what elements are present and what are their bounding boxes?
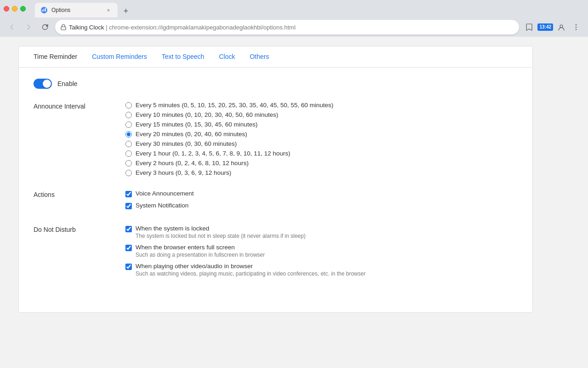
radio-3hr-label[interactable]: Every 3 hours (0, 3, 6, 9, 12 hours) xyxy=(136,169,232,176)
forward-button[interactable] xyxy=(22,21,35,34)
radio-10min-label[interactable]: Every 10 minutes (0, 10, 20, 30, 40, 50,… xyxy=(136,111,278,118)
svg-point-8 xyxy=(576,29,577,30)
minimize-window-button[interactable] xyxy=(12,6,17,12)
voice-label[interactable]: Voice Announcement xyxy=(136,190,194,197)
system-checkbox[interactable] xyxy=(125,203,132,209)
radio-30min[interactable] xyxy=(125,141,132,147)
radio-15min[interactable] xyxy=(125,121,132,128)
options-panel: Time Reminder Custom Reminders Text to S… xyxy=(18,46,533,313)
radio-option-2hr: Every 2 hours (0, 2, 4, 6, 8, 10, 12 hou… xyxy=(125,160,518,167)
checkbox-fullscreen: When the browser enters full screen Such… xyxy=(125,244,518,258)
media-label[interactable]: When playing other video/audio in browse… xyxy=(136,263,366,270)
locked-label[interactable]: When the system is locked xyxy=(136,225,305,232)
tab-custom-reminders[interactable]: Custom Reminders xyxy=(85,46,154,68)
svg-point-6 xyxy=(576,24,577,25)
tabs-header: Time Reminder Custom Reminders Text to S… xyxy=(19,46,532,68)
fullscreen-hint: Such as doing a presentation in fullscre… xyxy=(136,252,265,258)
toggle-knob xyxy=(43,80,51,88)
locked-hint: The system is locked but not in sleep st… xyxy=(136,233,305,239)
radio-option-15min: Every 15 minutes (0, 15, 30, 45, 60 minu… xyxy=(125,121,518,128)
locked-checkbox[interactable] xyxy=(125,226,132,232)
radio-2hr[interactable] xyxy=(125,160,132,167)
page-content: Time Reminder Custom Reminders Text to S… xyxy=(0,37,588,368)
enable-label: Enable xyxy=(57,80,78,87)
svg-point-5 xyxy=(560,25,563,28)
address-input[interactable]: Talking Clock | chrome-extension://igdmp… xyxy=(55,20,519,34)
tab-content: Enable Announce Interval Every 5 minutes… xyxy=(19,68,532,304)
dnd-section: Do Not Disturb When the system is locked… xyxy=(34,225,518,282)
radio-option-30min: Every 30 minutes (0, 30, 60 minutes) xyxy=(125,140,518,147)
enable-toggle[interactable] xyxy=(34,79,52,89)
svg-point-7 xyxy=(576,27,577,28)
address-origin: Talking Clock xyxy=(69,24,104,31)
media-hint: Such as watching videos, playing music, … xyxy=(136,270,366,277)
actions-label: Actions xyxy=(34,190,125,214)
enable-row: Enable xyxy=(34,79,518,89)
radio-5min-label[interactable]: Every 5 minutes (0, 5, 10, 15, 20, 25, 3… xyxy=(136,102,334,109)
reload-button[interactable] xyxy=(39,21,51,34)
checkbox-voice: Voice Announcement xyxy=(125,190,518,197)
title-bar: Options × + xyxy=(0,0,588,17)
tab-clock[interactable]: Clock xyxy=(212,46,243,68)
radio-20min-label[interactable]: Every 20 minutes (0, 20, 40, 60 minutes) xyxy=(136,131,247,138)
svg-rect-3 xyxy=(45,8,46,12)
browser-tab[interactable]: Options × xyxy=(35,3,118,17)
radio-10min[interactable] xyxy=(125,112,132,118)
radio-20min[interactable] xyxy=(125,131,132,138)
checkbox-system: System Notification xyxy=(125,202,518,209)
menu-button[interactable] xyxy=(570,21,582,34)
system-content: System Notification xyxy=(136,202,189,209)
tab-others[interactable]: Others xyxy=(243,46,277,68)
actions-controls: Voice Announcement System Notification xyxy=(125,190,518,214)
clock-extension-badge[interactable]: 13:42 xyxy=(537,23,553,31)
tab-close-button[interactable]: × xyxy=(105,6,112,14)
tab-bar: Options × + xyxy=(31,0,164,17)
radio-option-20min: Every 20 minutes (0, 20, 40, 60 minutes) xyxy=(125,131,518,138)
radio-5min[interactable] xyxy=(125,102,132,109)
announce-interval-controls: Every 5 minutes (0, 5, 10, 15, 20, 25, 3… xyxy=(125,102,518,179)
radio-1hr[interactable] xyxy=(125,150,132,157)
media-checkbox[interactable] xyxy=(125,264,132,270)
actions-section: Actions Voice Announcement System Notifi… xyxy=(34,190,518,214)
radio-2hr-label[interactable]: Every 2 hours (0, 2, 4, 6, 8, 10, 12 hou… xyxy=(136,160,249,167)
locked-content: When the system is locked The system is … xyxy=(136,225,305,239)
radio-3hr[interactable] xyxy=(125,170,132,176)
svg-rect-4 xyxy=(61,27,66,30)
system-label[interactable]: System Notification xyxy=(136,202,189,209)
fullscreen-label[interactable]: When the browser enters full screen xyxy=(136,244,265,251)
svg-rect-2 xyxy=(44,9,45,12)
new-tab-button[interactable]: + xyxy=(119,5,132,17)
announce-interval-section: Announce Interval Every 5 minutes (0, 5,… xyxy=(34,102,518,179)
radio-30min-label[interactable]: Every 30 minutes (0, 30, 60 minutes) xyxy=(136,140,237,147)
tab-text-to-speech[interactable]: Text to Speech xyxy=(154,46,212,68)
radio-option-10min: Every 10 minutes (0, 10, 20, 30, 40, 50,… xyxy=(125,111,518,118)
svg-rect-1 xyxy=(42,10,43,12)
media-content: When playing other video/audio in browse… xyxy=(136,263,366,277)
traffic-lights xyxy=(4,6,26,12)
tab-time-reminder[interactable]: Time Reminder xyxy=(26,46,85,68)
radio-option-5min: Every 5 minutes (0, 5, 10, 15, 20, 25, 3… xyxy=(125,102,518,109)
lock-icon xyxy=(61,24,66,30)
dnd-controls: When the system is locked The system is … xyxy=(125,225,518,282)
address-text: Talking Clock | chrome-extension://igdmp… xyxy=(69,24,295,31)
radio-1hr-label[interactable]: Every 1 hour (0, 1, 2, 3, 4, 5, 6, 7, 8,… xyxy=(136,150,290,157)
fullscreen-checkbox[interactable] xyxy=(125,245,132,251)
address-separator: | chrome-extension://igdmpmaklamakipegab… xyxy=(106,24,295,31)
tab-favicon-icon xyxy=(40,6,48,14)
profile-button[interactable] xyxy=(555,21,568,34)
radio-15min-label[interactable]: Every 15 minutes (0, 15, 30, 45, 60 minu… xyxy=(136,121,258,128)
address-bar: Talking Clock | chrome-extension://igdmp… xyxy=(0,17,588,37)
voice-content: Voice Announcement xyxy=(136,190,194,197)
announce-interval-label: Announce Interval xyxy=(34,102,125,179)
radio-option-3hr: Every 3 hours (0, 3, 6, 9, 12 hours) xyxy=(125,169,518,176)
fullscreen-content: When the browser enters full screen Such… xyxy=(136,244,265,258)
voice-checkbox[interactable] xyxy=(125,191,132,197)
back-button[interactable] xyxy=(6,21,18,34)
close-window-button[interactable] xyxy=(4,6,9,12)
dnd-label: Do Not Disturb xyxy=(34,225,125,282)
bookmark-button[interactable] xyxy=(523,21,536,34)
checkbox-locked: When the system is locked The system is … xyxy=(125,225,518,239)
maximize-window-button[interactable] xyxy=(20,6,26,12)
radio-option-1hr: Every 1 hour (0, 1, 2, 3, 4, 5, 6, 7, 8,… xyxy=(125,150,518,157)
checkbox-media: When playing other video/audio in browse… xyxy=(125,263,518,277)
